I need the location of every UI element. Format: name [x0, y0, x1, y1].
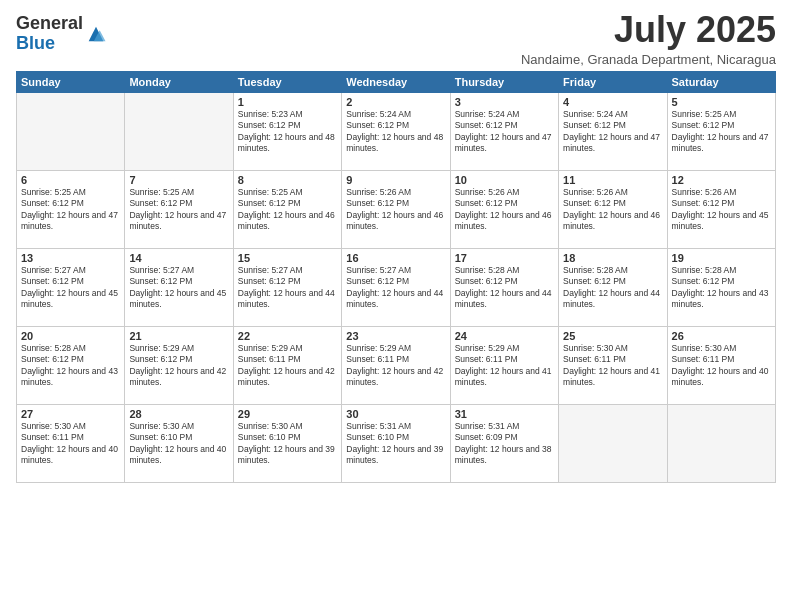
cell-details: Sunrise: 5:28 AMSunset: 6:12 PMDaylight:…: [672, 265, 771, 311]
table-row: 25Sunrise: 5:30 AMSunset: 6:11 PMDayligh…: [559, 326, 667, 404]
cell-details: Sunrise: 5:27 AMSunset: 6:12 PMDaylight:…: [238, 265, 337, 311]
day-number: 3: [455, 96, 554, 108]
cell-details: Sunrise: 5:25 AMSunset: 6:12 PMDaylight:…: [238, 187, 337, 233]
col-saturday: Saturday: [667, 71, 775, 92]
table-row: 13Sunrise: 5:27 AMSunset: 6:12 PMDayligh…: [17, 248, 125, 326]
table-row: 20Sunrise: 5:28 AMSunset: 6:12 PMDayligh…: [17, 326, 125, 404]
cell-details: Sunrise: 5:30 AMSunset: 6:11 PMDaylight:…: [672, 343, 771, 389]
table-row: 15Sunrise: 5:27 AMSunset: 6:12 PMDayligh…: [233, 248, 341, 326]
table-row: 5Sunrise: 5:25 AMSunset: 6:12 PMDaylight…: [667, 92, 775, 170]
day-number: 18: [563, 252, 662, 264]
day-number: 9: [346, 174, 445, 186]
table-row: [559, 404, 667, 482]
calendar-header-row: Sunday Monday Tuesday Wednesday Thursday…: [17, 71, 776, 92]
cell-details: Sunrise: 5:26 AMSunset: 6:12 PMDaylight:…: [346, 187, 445, 233]
day-number: 22: [238, 330, 337, 342]
cell-details: Sunrise: 5:25 AMSunset: 6:12 PMDaylight:…: [21, 187, 120, 233]
day-number: 15: [238, 252, 337, 264]
table-row: 17Sunrise: 5:28 AMSunset: 6:12 PMDayligh…: [450, 248, 558, 326]
logo-icon: [85, 23, 107, 45]
table-row: 31Sunrise: 5:31 AMSunset: 6:09 PMDayligh…: [450, 404, 558, 482]
location-subtitle: Nandaime, Granada Department, Nicaragua: [521, 52, 776, 67]
cell-details: Sunrise: 5:29 AMSunset: 6:11 PMDaylight:…: [238, 343, 337, 389]
day-number: 16: [346, 252, 445, 264]
table-row: 19Sunrise: 5:28 AMSunset: 6:12 PMDayligh…: [667, 248, 775, 326]
table-row: 27Sunrise: 5:30 AMSunset: 6:11 PMDayligh…: [17, 404, 125, 482]
table-row: 26Sunrise: 5:30 AMSunset: 6:11 PMDayligh…: [667, 326, 775, 404]
table-row: 8Sunrise: 5:25 AMSunset: 6:12 PMDaylight…: [233, 170, 341, 248]
day-number: 4: [563, 96, 662, 108]
day-number: 12: [672, 174, 771, 186]
table-row: [667, 404, 775, 482]
day-number: 13: [21, 252, 120, 264]
col-tuesday: Tuesday: [233, 71, 341, 92]
day-number: 20: [21, 330, 120, 342]
day-number: 7: [129, 174, 228, 186]
table-row: 28Sunrise: 5:30 AMSunset: 6:10 PMDayligh…: [125, 404, 233, 482]
col-monday: Monday: [125, 71, 233, 92]
table-row: 16Sunrise: 5:27 AMSunset: 6:12 PMDayligh…: [342, 248, 450, 326]
calendar-week-row: 13Sunrise: 5:27 AMSunset: 6:12 PMDayligh…: [17, 248, 776, 326]
table-row: 9Sunrise: 5:26 AMSunset: 6:12 PMDaylight…: [342, 170, 450, 248]
cell-details: Sunrise: 5:28 AMSunset: 6:12 PMDaylight:…: [563, 265, 662, 311]
cell-details: Sunrise: 5:28 AMSunset: 6:12 PMDaylight:…: [21, 343, 120, 389]
month-title: July 2025: [521, 10, 776, 50]
cell-details: Sunrise: 5:25 AMSunset: 6:12 PMDaylight:…: [129, 187, 228, 233]
day-number: 31: [455, 408, 554, 420]
day-number: 25: [563, 330, 662, 342]
cell-details: Sunrise: 5:26 AMSunset: 6:12 PMDaylight:…: [563, 187, 662, 233]
title-block: July 2025 Nandaime, Granada Department, …: [521, 10, 776, 67]
table-row: 21Sunrise: 5:29 AMSunset: 6:12 PMDayligh…: [125, 326, 233, 404]
table-row: 23Sunrise: 5:29 AMSunset: 6:11 PMDayligh…: [342, 326, 450, 404]
calendar-week-row: 6Sunrise: 5:25 AMSunset: 6:12 PMDaylight…: [17, 170, 776, 248]
table-row: 1Sunrise: 5:23 AMSunset: 6:12 PMDaylight…: [233, 92, 341, 170]
table-row: 10Sunrise: 5:26 AMSunset: 6:12 PMDayligh…: [450, 170, 558, 248]
table-row: 12Sunrise: 5:26 AMSunset: 6:12 PMDayligh…: [667, 170, 775, 248]
day-number: 17: [455, 252, 554, 264]
cell-details: Sunrise: 5:26 AMSunset: 6:12 PMDaylight:…: [455, 187, 554, 233]
logo-blue-text: Blue: [16, 33, 55, 53]
cell-details: Sunrise: 5:25 AMSunset: 6:12 PMDaylight:…: [672, 109, 771, 155]
logo-general-text: General: [16, 13, 83, 33]
col-friday: Friday: [559, 71, 667, 92]
day-number: 19: [672, 252, 771, 264]
col-thursday: Thursday: [450, 71, 558, 92]
table-row: 24Sunrise: 5:29 AMSunset: 6:11 PMDayligh…: [450, 326, 558, 404]
cell-details: Sunrise: 5:29 AMSunset: 6:11 PMDaylight:…: [346, 343, 445, 389]
cell-details: Sunrise: 5:28 AMSunset: 6:12 PMDaylight:…: [455, 265, 554, 311]
day-number: 29: [238, 408, 337, 420]
page: General Blue July 2025 Nandaime, Granada…: [0, 0, 792, 612]
cell-details: Sunrise: 5:24 AMSunset: 6:12 PMDaylight:…: [455, 109, 554, 155]
table-row: [125, 92, 233, 170]
calendar-table: Sunday Monday Tuesday Wednesday Thursday…: [16, 71, 776, 483]
day-number: 2: [346, 96, 445, 108]
table-row: 3Sunrise: 5:24 AMSunset: 6:12 PMDaylight…: [450, 92, 558, 170]
cell-details: Sunrise: 5:24 AMSunset: 6:12 PMDaylight:…: [346, 109, 445, 155]
table-row: [17, 92, 125, 170]
col-wednesday: Wednesday: [342, 71, 450, 92]
cell-details: Sunrise: 5:26 AMSunset: 6:12 PMDaylight:…: [672, 187, 771, 233]
table-row: 6Sunrise: 5:25 AMSunset: 6:12 PMDaylight…: [17, 170, 125, 248]
day-number: 6: [21, 174, 120, 186]
day-number: 1: [238, 96, 337, 108]
cell-details: Sunrise: 5:30 AMSunset: 6:11 PMDaylight:…: [563, 343, 662, 389]
table-row: 2Sunrise: 5:24 AMSunset: 6:12 PMDaylight…: [342, 92, 450, 170]
cell-details: Sunrise: 5:29 AMSunset: 6:11 PMDaylight:…: [455, 343, 554, 389]
table-row: 29Sunrise: 5:30 AMSunset: 6:10 PMDayligh…: [233, 404, 341, 482]
day-number: 10: [455, 174, 554, 186]
day-number: 21: [129, 330, 228, 342]
day-number: 23: [346, 330, 445, 342]
cell-details: Sunrise: 5:31 AMSunset: 6:10 PMDaylight:…: [346, 421, 445, 467]
cell-details: Sunrise: 5:23 AMSunset: 6:12 PMDaylight:…: [238, 109, 337, 155]
day-number: 27: [21, 408, 120, 420]
day-number: 28: [129, 408, 228, 420]
cell-details: Sunrise: 5:30 AMSunset: 6:10 PMDaylight:…: [129, 421, 228, 467]
day-number: 11: [563, 174, 662, 186]
cell-details: Sunrise: 5:27 AMSunset: 6:12 PMDaylight:…: [129, 265, 228, 311]
cell-details: Sunrise: 5:24 AMSunset: 6:12 PMDaylight:…: [563, 109, 662, 155]
day-number: 26: [672, 330, 771, 342]
logo: General Blue: [16, 14, 107, 54]
calendar-week-row: 1Sunrise: 5:23 AMSunset: 6:12 PMDaylight…: [17, 92, 776, 170]
col-sunday: Sunday: [17, 71, 125, 92]
table-row: 7Sunrise: 5:25 AMSunset: 6:12 PMDaylight…: [125, 170, 233, 248]
